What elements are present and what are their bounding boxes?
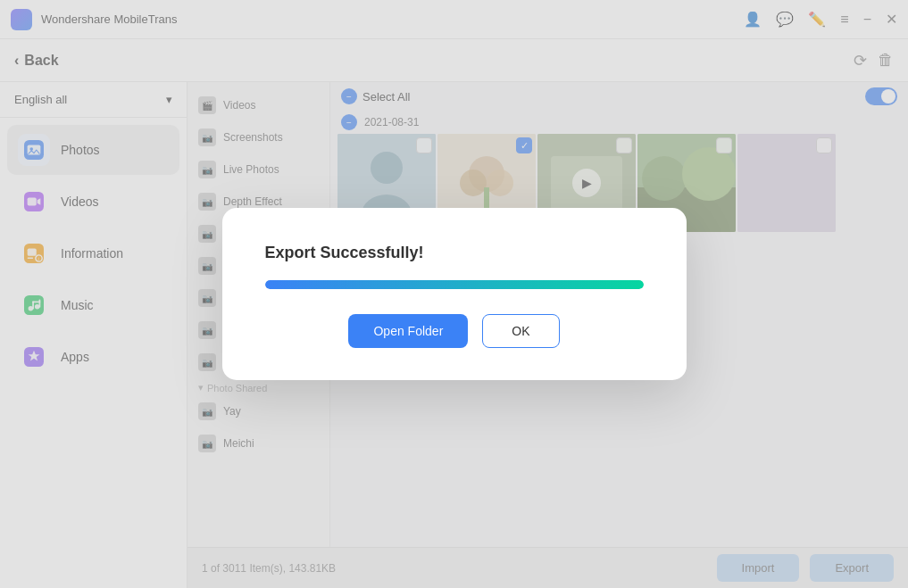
export-success-dialog: Export Successfully! Open Folder OK: [222, 208, 687, 380]
modal-overlay: Export Successfully! Open Folder OK: [0, 0, 908, 588]
dialog-title: Export Successfully!: [265, 244, 424, 262]
open-folder-button[interactable]: Open Folder: [348, 314, 468, 348]
ok-button[interactable]: OK: [482, 314, 559, 348]
progress-bar-container: [265, 280, 644, 289]
progress-bar-fill: [265, 280, 644, 289]
dialog-buttons: Open Folder OK: [348, 314, 559, 348]
